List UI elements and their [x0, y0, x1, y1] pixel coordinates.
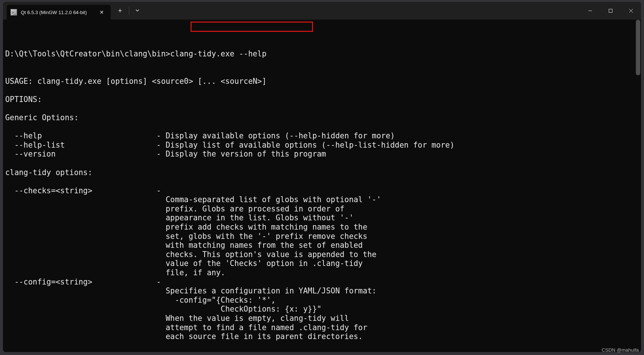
output-line: Generic Options: — [5, 113, 639, 122]
output-line: --help-list - Display list of available … — [5, 141, 639, 150]
output-line: Comma-separated list of globs with optio… — [5, 195, 639, 204]
tab-divider — [129, 7, 129, 15]
watermark: CSDN @mahuifa — [602, 347, 639, 353]
output-line: OPTIONS: — [5, 95, 639, 104]
output-line: attempt to find a file named .clang-tidy… — [5, 323, 639, 332]
close-icon — [629, 9, 633, 13]
output-line: prefix. Globs are processed in order of — [5, 204, 639, 214]
command-highlight — [191, 22, 313, 32]
close-button[interactable] — [621, 2, 641, 20]
output-line — [5, 104, 639, 113]
svg-rect-1 — [609, 9, 612, 13]
terminal-icon: >_ — [10, 9, 17, 16]
output-line: with matching names from the set of enab… — [5, 241, 639, 250]
output-line: Specifies a configuration in YAML/JSON f… — [5, 286, 639, 296]
scrollbar[interactable] — [636, 20, 640, 352]
chevron-down-icon — [135, 8, 140, 13]
output-line: value of the 'Checks' option in .clang-t… — [5, 259, 639, 268]
entered-command: clang-tidy.exe --help — [170, 49, 266, 58]
maximize-button[interactable] — [600, 2, 621, 20]
tab-title: Qt 6.5.3 (MinGW 11.2.0 64-bit) — [21, 10, 94, 15]
output-line — [5, 159, 639, 168]
terminal-body[interactable]: D:\Qt\Tools\QtCreator\bin\clang\bin>clan… — [3, 20, 641, 352]
minimize-icon — [588, 9, 592, 13]
active-tab[interactable]: >_ Qt 6.5.3 (MinGW 11.2.0 64-bit) ✕ — [7, 5, 111, 20]
output-line: set, globs with the '-' prefix remove ch… — [5, 232, 639, 241]
output-line: --checks=<string> - — [5, 186, 639, 195]
terminal-window: >_ Qt 6.5.3 (MinGW 11.2.0 64-bit) ✕ + — [3, 2, 641, 352]
titlebar: >_ Qt 6.5.3 (MinGW 11.2.0 64-bit) ✕ + — [3, 2, 641, 20]
tab-close-button[interactable]: ✕ — [97, 9, 106, 16]
output-line: --help - Display available options (--he… — [5, 131, 639, 141]
output-line: -config="{Checks: '*', — [5, 296, 639, 305]
output-line: USAGE: clang-tidy.exe [options] <source0… — [5, 77, 639, 86]
output-line: checks. This option's value is appended … — [5, 250, 639, 259]
window-controls — [580, 2, 641, 20]
output-line: --version - Display the version of this … — [5, 149, 639, 159]
maximize-icon — [608, 9, 613, 13]
output-line — [5, 122, 639, 132]
prompt-line: D:\Qt\Tools\QtCreator\bin\clang\bin>clan… — [5, 49, 639, 59]
output-line: When the value is empty, clang-tidy will — [5, 314, 639, 323]
prompt-path: D:\Qt\Tools\QtCreator\bin\clang\bin> — [5, 49, 170, 58]
output-line: --config=<string> - — [5, 277, 639, 287]
output-line: prefix add checks with matching names to… — [5, 223, 639, 232]
terminal-output: USAGE: clang-tidy.exe [options] <source0… — [5, 77, 639, 341]
output-line — [5, 177, 639, 186]
output-line: file, if any. — [5, 268, 639, 277]
scrollbar-thumb[interactable] — [636, 20, 640, 75]
output-line: clang-tidy options: — [5, 168, 639, 177]
output-line: appearance in the list. Globs without '-… — [5, 213, 639, 223]
new-tab-button[interactable]: + — [114, 5, 127, 17]
output-line: CheckOptions: {x: y}}" — [5, 305, 639, 314]
output-line — [5, 86, 639, 95]
output-line: each source file in its parent directori… — [5, 332, 639, 341]
minimize-button[interactable] — [580, 2, 600, 20]
tab-dropdown-button[interactable] — [131, 5, 143, 16]
